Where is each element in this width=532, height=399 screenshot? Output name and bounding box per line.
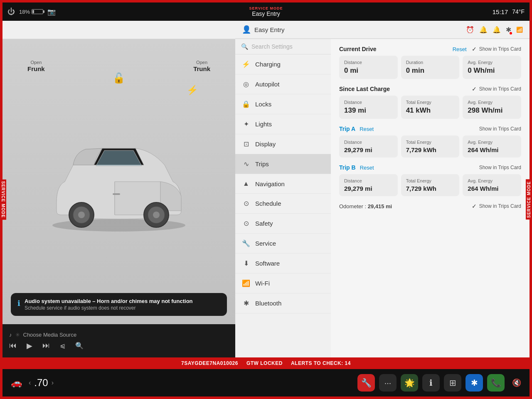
trip-b-distance: Distance 29,279 mi (339, 174, 398, 196)
settings-item-navigation[interactable]: ▲ Navigation (235, 174, 331, 194)
trip-a-grid: Distance 29,279 mi Total Energy 7,729 kW… (339, 135, 521, 158)
notification-icon[interactable]: 🔔 (479, 26, 488, 34)
settings-item-safety[interactable]: ⊙ Safety (235, 214, 331, 234)
since-last-charge-checkmark: ✓ (472, 86, 477, 92)
bluetooth-menu-icon: ✱ (242, 299, 250, 307)
more-apps-button[interactable]: ··· (379, 374, 397, 392)
svg-point-4 (78, 212, 85, 218)
settings-item-lights[interactable]: ✦ Lights (235, 114, 331, 134)
trip-b-distance-value: 29,279 mi (344, 185, 393, 192)
profile-name: Easy Entry (254, 26, 285, 33)
settings-item-bluetooth[interactable]: ✱ Bluetooth (235, 293, 331, 313)
right-panel: 🔍 Search Settings ⚡ Charging ◎ Autopilot… (235, 39, 530, 357)
settings-item-schedule[interactable]: ⊙ Schedule (235, 194, 331, 214)
phone-app-button[interactable]: 📞 (487, 374, 505, 392)
settings-item-locks[interactable]: 🔒 Locks (235, 94, 331, 114)
time-display: 15:17 (493, 8, 508, 15)
trip-a-header: Trip A Reset Show in Trips Card (339, 126, 521, 132)
safety-icon: ⊙ (242, 219, 250, 227)
speed-chevron-left[interactable]: ‹ (29, 379, 31, 387)
current-drive-reset[interactable]: Reset (453, 46, 467, 52)
current-drive-show-trips[interactable]: ✓ Show in Trips Card (472, 46, 521, 52)
since-last-charge-grid: Distance 139 mi Total Energy 41 kWh Avg.… (339, 96, 521, 119)
svg-rect-8 (113, 193, 120, 195)
trip-a-distance: Distance 29,279 mi (339, 135, 398, 158)
settings-item-software[interactable]: ⬇ Software (235, 254, 331, 273)
software-label: Software (255, 260, 280, 267)
charging-label: Charging (255, 61, 281, 68)
autopilot-label: Autopilot (255, 81, 279, 88)
settings-item-display[interactable]: ⊡ Display (235, 134, 331, 154)
next-track-button[interactable]: ⏭ (42, 341, 50, 350)
service-mode-app-button[interactable]: 🔧 (357, 374, 375, 392)
play-pause-button[interactable]: ▶ (27, 341, 32, 350)
equalizer-button[interactable]: ⩿ (60, 342, 65, 350)
taskbar-apps: 🔧 ··· 🌟 ℹ ⊞ ✱ 📞 🔇 (357, 374, 521, 392)
trip-b-show-trips[interactable]: Show in Trips Card (479, 165, 521, 170)
since-last-charge-title: Since Last Charge (339, 86, 390, 92)
locks-icon: 🔒 (242, 100, 250, 108)
trip-b-reset[interactable]: Reset (360, 165, 374, 171)
battery-info: 18% (19, 9, 43, 15)
bell-icon[interactable]: 🔔 (493, 26, 501, 34)
bottom-status-bar: 7SAYGDEE7NA010026 GTW LOCKED ALERTS TO C… (2, 357, 530, 369)
car-icon[interactable]: 🚗 (11, 377, 22, 388)
trip-a-title: Trip A (339, 126, 355, 132)
prev-track-button[interactable]: ⏮ (9, 341, 17, 350)
current-drive-duration-value: 0 min (406, 66, 455, 75)
profile-avatar-icon: 👤 (242, 25, 251, 34)
settings-item-autopilot[interactable]: ◎ Autopilot (235, 74, 331, 94)
trip-a-avg-energy-value: 264 Wh/mi (468, 146, 516, 153)
media-player: ♪ ✳ Choose Media Source ⏮ ▶ ⏭ ⩿ 🔍 (2, 324, 235, 357)
music-note-icon: ♪ (9, 332, 12, 338)
slc-avg-energy-label: Avg. Energy (468, 100, 516, 105)
service-icon: 🔧 (242, 239, 250, 247)
grid-app-button[interactable]: ⊞ (444, 374, 461, 392)
current-drive-checkmark: ✓ (472, 46, 477, 52)
odometer-show-trips[interactable]: ✓ Show in Trips Card (472, 203, 521, 209)
navigation-icon: ▲ (242, 180, 250, 187)
trip-b-title: Trip B (339, 164, 356, 171)
gtw-status: GTW LOCKED (246, 360, 283, 366)
car-visualization: ⚡ (2, 39, 235, 324)
temperature-display: 74°F (512, 8, 525, 15)
lights-label: Lights (255, 121, 272, 128)
current-drive-distance: Distance 0 mi (339, 56, 398, 79)
power-icon[interactable]: ⏻ (7, 7, 15, 16)
alert-info-icon: ℹ (17, 299, 20, 308)
alerts-display: ALERTS TO CHECK: 14 (291, 360, 351, 366)
trip-a-show-label: Show in Trips Card (479, 126, 521, 132)
media-app-button[interactable]: 🌟 (401, 374, 418, 392)
speed-chevron-right[interactable]: › (52, 379, 54, 387)
settings-item-charging[interactable]: ⚡ Charging (235, 54, 331, 74)
speed-area: ‹ .70 › (29, 377, 54, 389)
profile-icons: ⏰ 🔔 🔔 ✱ 📶 (466, 26, 523, 34)
search-placeholder[interactable]: Search Settings (251, 43, 293, 50)
trip-b-grid: Distance 29,279 mi Total Energy 7,729 kW… (339, 174, 521, 196)
service-mode-badge: SERVICE MODE (249, 6, 283, 10)
trip-a-reset[interactable]: Reset (360, 126, 374, 132)
settings-area: 🔍 Search Settings ⚡ Charging ◎ Autopilot… (235, 39, 530, 357)
bluetooth-icon[interactable]: ✱ (506, 26, 511, 34)
trip-a-section: Trip A Reset Show in Trips Card Distance… (339, 126, 521, 158)
current-drive-energy-value: 0 Wh/mi (468, 66, 516, 75)
camera-icon[interactable]: 📷 (47, 8, 56, 16)
settings-item-service[interactable]: 🔧 Service (235, 234, 331, 254)
profile-row: 👤 Easy Entry ⏰ 🔔 🔔 ✱ 📶 (235, 21, 530, 39)
settings-item-trips[interactable]: ∿ Trips (235, 154, 331, 174)
since-last-charge-show-trips[interactable]: ✓ Show in Trips Card (472, 86, 521, 92)
trip-a-show-trips[interactable]: Show in Trips Card (479, 126, 521, 132)
car-svg (32, 128, 206, 236)
volume-icon[interactable]: 🔇 (512, 378, 521, 387)
settings-item-wifi[interactable]: 📶 Wi-Fi (235, 273, 331, 293)
choose-media-source[interactable]: Choose Media Source (23, 332, 77, 338)
current-drive-show-label: Show in Trips Card (479, 46, 521, 52)
media-search-button[interactable]: 🔍 (75, 342, 84, 350)
slc-distance: Distance 139 mi (339, 96, 398, 119)
alarm-icon[interactable]: ⏰ (466, 26, 474, 34)
trip-b-section: Trip B Reset Show in Trips Card Distance… (339, 164, 521, 196)
search-bar: 🔍 Search Settings (235, 39, 331, 54)
info-app-button[interactable]: ℹ (422, 374, 440, 392)
wifi-label: Wi-Fi (255, 280, 270, 287)
bluetooth-app-button[interactable]: ✱ (466, 374, 483, 392)
